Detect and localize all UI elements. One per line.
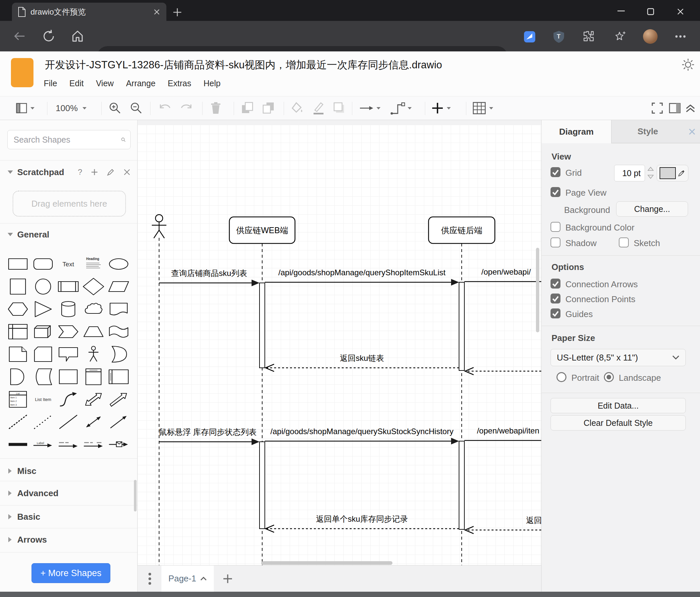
section-general[interactable]: General bbox=[7, 227, 131, 242]
waypoints-button[interactable] bbox=[391, 97, 412, 120]
line-color-button[interactable] bbox=[311, 97, 325, 120]
tab-close-icon[interactable] bbox=[153, 8, 160, 16]
shape-directional-connector[interactable] bbox=[106, 411, 131, 433]
menu-extras[interactable]: Extras bbox=[168, 79, 191, 88]
pages-menu-icon[interactable] bbox=[148, 572, 151, 585]
shape-process[interactable] bbox=[56, 275, 81, 298]
add-page-icon[interactable] bbox=[222, 573, 233, 584]
shape-actor[interactable] bbox=[81, 343, 106, 365]
grid-size-input[interactable] bbox=[614, 165, 645, 182]
scratchpad-close-icon[interactable] bbox=[123, 168, 131, 176]
message-open-webapi-item[interactable]: /open/webapi/iten bbox=[464, 426, 541, 440]
shape-bidirectional-arrow[interactable] bbox=[81, 388, 106, 411]
shape-list[interactable]: ListItem 1Item 2Item 3 bbox=[5, 388, 30, 411]
shape-document[interactable] bbox=[106, 298, 131, 320]
theme-toggle-sun-icon[interactable] bbox=[681, 58, 695, 71]
fill-color-button[interactable] bbox=[290, 97, 304, 120]
shape-parallelogram[interactable] bbox=[106, 275, 131, 298]
shape-dotted-line[interactable] bbox=[30, 411, 56, 433]
change-background-button[interactable]: Change... bbox=[616, 201, 688, 217]
section-arrows[interactable]: Arrows bbox=[8, 530, 131, 549]
message-api-query-sku-stock-sync-history[interactable]: /api/goods/shopManage/querySkuStockSyncH… bbox=[265, 427, 459, 445]
to-front-button[interactable] bbox=[241, 97, 254, 120]
menu-help[interactable]: Help bbox=[203, 79, 220, 88]
connection-arrows-checkbox[interactable] bbox=[551, 279, 560, 289]
shape-note[interactable] bbox=[5, 343, 30, 365]
insert-button[interactable] bbox=[431, 97, 451, 120]
shape-dashed-line[interactable] bbox=[5, 411, 30, 433]
portrait-radio[interactable] bbox=[556, 372, 567, 382]
scratchpad-header[interactable]: Scratchpad ? bbox=[7, 165, 131, 180]
activation-web-1[interactable] bbox=[259, 283, 265, 368]
avatar[interactable] bbox=[643, 29, 657, 44]
scratchpad-add-icon[interactable] bbox=[91, 168, 98, 176]
message-open-webapi[interactable]: /open/webapi/ bbox=[464, 267, 541, 282]
message-query-sku-list[interactable]: 查询店铺商品sku列表 bbox=[159, 269, 259, 286]
return-to-backend-2[interactable]: 返回 bbox=[465, 516, 541, 534]
edit-data-button[interactable]: Edit Data... bbox=[551, 398, 686, 413]
shape-bidirectional-connector[interactable] bbox=[81, 411, 106, 433]
message-hover-stock-sync[interactable]: 鼠标悬浮 库存同步状态列表 bbox=[159, 428, 259, 445]
extensions-puzzle-icon[interactable] bbox=[582, 30, 595, 43]
participant-backend[interactable]: 供应链后端 bbox=[429, 217, 495, 243]
page-view-checkbox[interactable] bbox=[551, 187, 560, 197]
to-back-button[interactable] bbox=[262, 97, 275, 120]
format-panel-toggle-button[interactable] bbox=[669, 97, 681, 120]
shape-cloud[interactable] bbox=[81, 298, 106, 320]
clear-default-style-button[interactable]: Clear Default Style bbox=[551, 415, 686, 430]
shadow-button[interactable] bbox=[333, 97, 346, 120]
activation-backend-2[interactable] bbox=[459, 441, 464, 529]
shape-or[interactable] bbox=[106, 343, 131, 365]
shape-horizontal-container[interactable] bbox=[106, 365, 131, 388]
panel-close-icon[interactable] bbox=[688, 128, 696, 136]
shape-arrow-with-box[interactable] bbox=[106, 433, 131, 456]
fullscreen-button[interactable] bbox=[651, 97, 664, 120]
shape-annotated-arrow[interactable] bbox=[56, 433, 81, 456]
section-advanced[interactable]: Advanced bbox=[8, 484, 131, 502]
connection-style-button[interactable] bbox=[359, 97, 381, 120]
zoom-level-dropdown[interactable]: 100% bbox=[56, 97, 87, 120]
scratchpad-edit-icon[interactable] bbox=[107, 168, 115, 176]
shape-link[interactable] bbox=[5, 433, 30, 456]
more-shapes-button[interactable]: + More Shapes bbox=[31, 563, 110, 583]
menu-edit[interactable]: Edit bbox=[69, 79, 83, 88]
shape-hexagon[interactable] bbox=[5, 298, 30, 320]
tab-diagram[interactable]: Diagram bbox=[542, 120, 611, 143]
shape-internal-storage[interactable] bbox=[5, 320, 30, 343]
collapse-toolbar-button[interactable] bbox=[685, 97, 696, 120]
back-icon[interactable] bbox=[13, 30, 26, 42]
redo-button[interactable] bbox=[180, 97, 194, 120]
shape-arrow-with-label[interactable]: Label bbox=[30, 433, 56, 456]
actor-figure[interactable] bbox=[152, 215, 166, 238]
zoom-in-button[interactable] bbox=[109, 97, 121, 120]
search-shapes-box[interactable] bbox=[7, 130, 131, 149]
shape-callout[interactable] bbox=[56, 343, 81, 365]
search-input[interactable] bbox=[13, 135, 121, 145]
home-icon[interactable] bbox=[71, 29, 84, 43]
minimize-icon[interactable] bbox=[617, 9, 625, 13]
drawing-canvas[interactable]: 供应链WEB端 供应链后端 查询店铺商品sku列表 /api/goods/sho… bbox=[138, 120, 541, 565]
section-basic[interactable]: Basic bbox=[8, 507, 131, 526]
delete-button[interactable] bbox=[210, 97, 221, 120]
menu-file[interactable]: File bbox=[44, 79, 57, 88]
activation-backend-1[interactable] bbox=[459, 282, 464, 371]
shape-text[interactable]: Text bbox=[56, 253, 81, 275]
shape-container[interactable] bbox=[56, 365, 81, 388]
grid-checkbox[interactable] bbox=[551, 167, 560, 177]
menu-arrange[interactable]: Arrange bbox=[126, 79, 155, 88]
close-window-icon[interactable] bbox=[677, 8, 684, 15]
shape-annotated-arrow-2[interactable] bbox=[81, 433, 106, 456]
activation-web-2[interactable] bbox=[259, 442, 265, 529]
tab-style[interactable]: Style bbox=[611, 120, 684, 143]
shape-ellipse[interactable] bbox=[106, 253, 131, 275]
scratchpad-help-icon[interactable]: ? bbox=[78, 167, 82, 177]
scratchpad-dropzone[interactable]: Drag elements here bbox=[12, 191, 126, 217]
new-tab-icon[interactable] bbox=[172, 7, 182, 17]
menu-view[interactable]: View bbox=[96, 79, 114, 88]
shape-tape[interactable] bbox=[106, 320, 131, 343]
background-color-checkbox[interactable] bbox=[551, 222, 560, 232]
section-misc[interactable]: Misc bbox=[8, 462, 131, 480]
shape-card[interactable] bbox=[30, 343, 56, 365]
undo-button[interactable] bbox=[158, 97, 172, 120]
shape-line[interactable] bbox=[56, 411, 81, 433]
